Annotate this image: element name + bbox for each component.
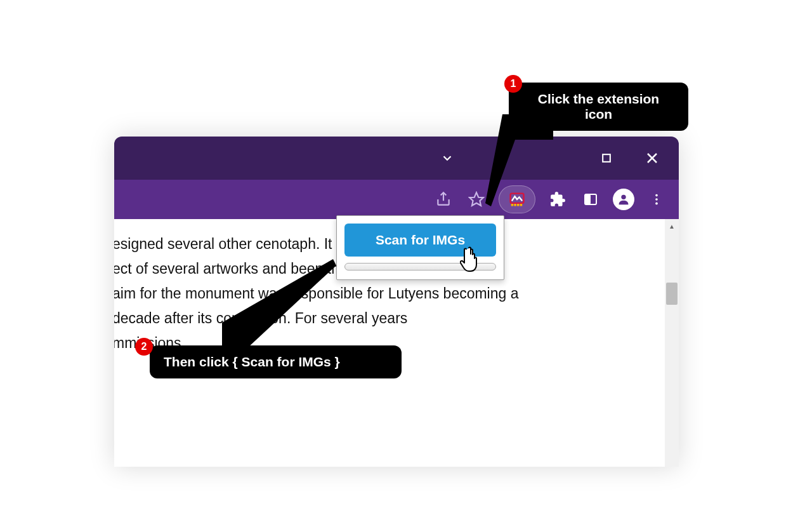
callout-2-pointer bbox=[222, 259, 336, 348]
restore-icon[interactable] bbox=[600, 152, 613, 164]
callout-2-text: Then click { Scan for IMGs } bbox=[164, 354, 340, 369]
share-icon[interactable] bbox=[433, 189, 454, 210]
side-panel-icon[interactable] bbox=[580, 189, 601, 210]
title-bar bbox=[114, 137, 679, 180]
svg-point-14 bbox=[655, 198, 658, 201]
scroll-up-arrow-icon[interactable]: ▲ bbox=[665, 219, 679, 233]
badge-2-number: 2 bbox=[141, 341, 147, 352]
kebab-menu-icon[interactable] bbox=[646, 189, 667, 210]
step-1-badge: 1 bbox=[504, 75, 522, 93]
callout-step-2: Then click { Scan for IMGs } bbox=[150, 345, 402, 378]
browser-toolbar bbox=[114, 180, 679, 219]
svg-point-13 bbox=[655, 194, 658, 197]
tab-dropdown-icon[interactable] bbox=[440, 151, 454, 165]
scroll-thumb[interactable] bbox=[666, 283, 678, 305]
callout-step-1: Click the extension icon bbox=[509, 83, 688, 131]
svg-rect-11 bbox=[585, 194, 591, 204]
pointer-cursor-icon bbox=[460, 244, 484, 275]
browser-window: esigned several other cenotaph. It has f… bbox=[114, 137, 679, 467]
callout-1-text: Click the extension icon bbox=[538, 91, 659, 121]
svg-marker-4 bbox=[469, 192, 483, 206]
close-icon[interactable] bbox=[645, 150, 660, 166]
badge-1-number: 1 bbox=[511, 78, 516, 90]
svg-point-12 bbox=[621, 195, 625, 199]
svg-marker-17 bbox=[222, 259, 336, 348]
profile-avatar-icon[interactable] bbox=[613, 189, 634, 210]
scrollbar[interactable]: ▲ bbox=[665, 219, 679, 467]
svg-point-15 bbox=[655, 203, 658, 205]
svg-rect-0 bbox=[603, 154, 610, 162]
step-2-badge: 2 bbox=[135, 338, 153, 356]
